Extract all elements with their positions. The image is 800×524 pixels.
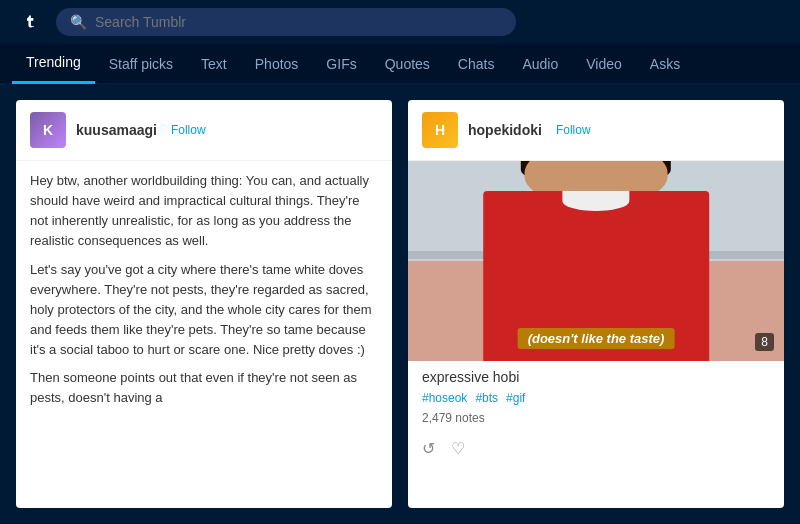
notes-count: 2,479 notes xyxy=(422,411,770,425)
tag-hoseok[interactable]: #hoseok xyxy=(422,391,467,405)
nav-bar: Trending Staff picks Text Photos GIFs Qu… xyxy=(0,44,800,84)
image-badge: 8 xyxy=(755,333,774,351)
tag-bts[interactable]: #bts xyxy=(475,391,498,405)
card-actions-right: ↺ ♡ xyxy=(408,435,784,468)
nav-item-video[interactable]: Video xyxy=(572,44,636,84)
post-card-left: K kuusamaagi Follow Hey btw, another wor… xyxy=(16,100,392,508)
header: 🔍 xyxy=(0,0,800,44)
tag-gif[interactable]: #gif xyxy=(506,391,525,405)
post-card-right: H hopekidoki Follow (doesn't like the ta… xyxy=(408,100,784,508)
nav-item-photos[interactable]: Photos xyxy=(241,44,313,84)
follow-button-left[interactable]: Follow xyxy=(171,123,206,137)
avatar-hopekidoki: H xyxy=(422,112,458,148)
avatar-kuusamaagi: K xyxy=(30,112,66,148)
card-meta-right: expressive hobi #hoseok #bts #gif 2,479 … xyxy=(408,361,784,435)
nav-item-quotes[interactable]: Quotes xyxy=(371,44,444,84)
post-paragraph-2: Let's say you've got a city where there'… xyxy=(30,260,378,361)
like-button[interactable]: ♡ xyxy=(451,439,465,458)
nav-item-gifs[interactable]: GIFs xyxy=(312,44,370,84)
post-paragraph-1: Hey btw, another worldbuilding thing: Yo… xyxy=(30,171,378,252)
tags-container: #hoseok #bts #gif xyxy=(422,391,770,405)
follow-button-right[interactable]: Follow xyxy=(556,123,591,137)
post-title-right: expressive hobi xyxy=(422,369,770,385)
card-header-left: K kuusamaagi Follow xyxy=(16,100,392,161)
image-caption: (doesn't like the taste) xyxy=(518,328,675,349)
search-bar[interactable]: 🔍 xyxy=(56,8,516,36)
post-image-right: (doesn't like the taste) 8 xyxy=(408,161,784,361)
post-body-left: Hey btw, another worldbuilding thing: Yo… xyxy=(16,161,392,427)
username-left[interactable]: kuusamaagi xyxy=(76,122,157,138)
nav-item-trending[interactable]: Trending xyxy=(12,44,95,84)
nav-item-audio[interactable]: Audio xyxy=(508,44,572,84)
nav-item-asks[interactable]: Asks xyxy=(636,44,694,84)
tumblr-logo[interactable] xyxy=(16,8,44,36)
card-header-right: H hopekidoki Follow xyxy=(408,100,784,161)
search-icon: 🔍 xyxy=(70,14,87,30)
nav-item-chats[interactable]: Chats xyxy=(444,44,509,84)
search-input[interactable] xyxy=(95,14,502,30)
content-area: K kuusamaagi Follow Hey btw, another wor… xyxy=(0,84,800,524)
nav-item-staffpicks[interactable]: Staff picks xyxy=(95,44,187,84)
nav-item-text[interactable]: Text xyxy=(187,44,241,84)
post-paragraph-3: Then someone points out that even if the… xyxy=(30,368,378,408)
username-right[interactable]: hopekidoki xyxy=(468,122,542,138)
reblog-button[interactable]: ↺ xyxy=(422,439,435,458)
